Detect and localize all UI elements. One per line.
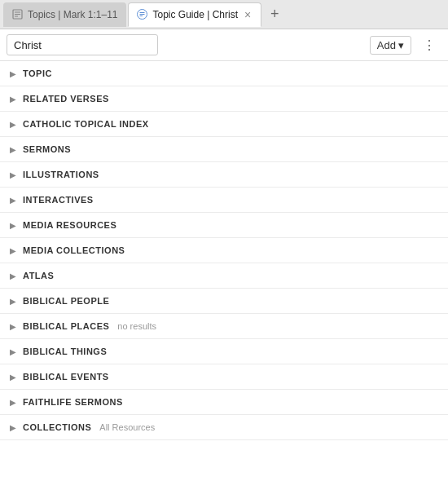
- section-collections[interactable]: ▶COLLECTIONSAll Resources: [0, 415, 448, 440]
- section-media-resources[interactable]: ▶MEDIA RESOURCES: [0, 213, 448, 238]
- section-atlas-label: ATLAS: [23, 271, 54, 280]
- chevron-atlas-icon: ▶: [10, 271, 16, 280]
- section-biblical-events-label: BIBLICAL EVENTS: [23, 372, 109, 382]
- section-biblical-places-label: BIBLICAL PLACES: [23, 321, 109, 331]
- chevron-media-collections-icon: ▶: [10, 246, 16, 255]
- section-sermons[interactable]: ▶SERMONS: [0, 137, 448, 162]
- content-area: ▶TOPIC▶RELATED VERSES▶CATHOLIC TOPICAL I…: [0, 61, 448, 489]
- chevron-sermons-icon: ▶: [10, 145, 16, 154]
- add-button-label: Add: [377, 39, 396, 51]
- section-biblical-things[interactable]: ▶BIBLICAL THINGS: [0, 339, 448, 364]
- section-interactives[interactable]: ▶INTERACTIVES: [0, 188, 448, 213]
- add-button[interactable]: Add ▾: [370, 36, 411, 55]
- chevron-related-verses-icon: ▶: [10, 95, 16, 104]
- tab-mark-label: Topics | Mark 1:1–11: [28, 9, 118, 20]
- section-catholic-topical-index-label: CATHOLIC TOPICAL INDEX: [23, 119, 149, 129]
- chevron-biblical-things-icon: ▶: [10, 347, 16, 356]
- section-collections-label: COLLECTIONS: [23, 422, 91, 432]
- chevron-topic-icon: ▶: [10, 69, 16, 78]
- chevron-collections-icon: ▶: [10, 423, 16, 432]
- section-related-verses-label: RELATED VERSES: [23, 94, 109, 104]
- chevron-biblical-people-icon: ▶: [10, 297, 16, 306]
- section-atlas[interactable]: ▶ATLAS: [0, 263, 448, 289]
- section-biblical-events[interactable]: ▶BIBLICAL EVENTS: [0, 364, 448, 390]
- chevron-media-resources-icon: ▶: [10, 221, 16, 230]
- section-biblical-people-label: BIBLICAL PEOPLE: [23, 296, 109, 306]
- section-media-collections[interactable]: ▶MEDIA COLLECTIONS: [0, 238, 448, 263]
- add-dropdown-icon: ▾: [398, 39, 404, 51]
- more-options-button[interactable]: ⋮: [418, 35, 441, 55]
- search-input[interactable]: [7, 34, 158, 55]
- chevron-faithlife-sermons-icon: ▶: [10, 398, 16, 407]
- section-media-resources-label: MEDIA RESOURCES: [23, 220, 116, 230]
- tab-topic-guide[interactable]: Topic Guide | Christ ×: [128, 2, 262, 27]
- chevron-illustrations-icon: ▶: [10, 170, 16, 179]
- section-interactives-label: INTERACTIVES: [23, 195, 94, 205]
- chevron-biblical-events-icon: ▶: [10, 373, 16, 382]
- section-catholic-topical-index[interactable]: ▶CATHOLIC TOPICAL INDEX: [0, 112, 448, 137]
- tab-bar: Topics | Mark 1:1–11 Topic Guide | Chris…: [0, 0, 448, 29]
- section-biblical-people[interactable]: ▶BIBLICAL PEOPLE: [0, 289, 448, 314]
- chevron-catholic-topical-index-icon: ▶: [10, 120, 16, 129]
- chevron-biblical-places-icon: ▶: [10, 322, 16, 331]
- section-illustrations[interactable]: ▶ILLUSTRATIONS: [0, 162, 448, 188]
- chevron-interactives-icon: ▶: [10, 196, 16, 205]
- section-illustrations-label: ILLUSTRATIONS: [23, 170, 99, 179]
- section-faithlife-sermons-label: FAITHLIFE SERMONS: [23, 397, 123, 407]
- section-faithlife-sermons[interactable]: ▶FAITHLIFE SERMONS: [0, 390, 448, 415]
- section-biblical-places-badge: no results: [117, 321, 156, 331]
- section-media-collections-label: MEDIA COLLECTIONS: [23, 245, 125, 255]
- book-icon: [11, 9, 23, 20]
- section-biblical-places[interactable]: ▶BIBLICAL PLACESno results: [0, 314, 448, 339]
- toolbar: Add ▾ ⋮: [0, 29, 448, 61]
- section-sermons-label: SERMONS: [23, 144, 71, 154]
- tab-mark[interactable]: Topics | Mark 1:1–11: [3, 2, 126, 27]
- add-tab-button[interactable]: +: [263, 3, 286, 26]
- section-collections-badge: All Resources: [99, 422, 155, 432]
- section-topic-label: TOPIC: [23, 68, 52, 78]
- section-related-verses[interactable]: ▶RELATED VERSES: [0, 86, 448, 112]
- list-icon: [137, 9, 148, 20]
- more-options-icon: ⋮: [423, 38, 437, 52]
- close-icon[interactable]: ×: [243, 8, 253, 21]
- section-biblical-things-label: BIBLICAL THINGS: [23, 347, 107, 356]
- tab-topic-guide-label: Topic Guide | Christ: [153, 9, 239, 20]
- section-topic[interactable]: ▶TOPIC: [0, 61, 448, 86]
- add-tab-icon: +: [270, 6, 279, 23]
